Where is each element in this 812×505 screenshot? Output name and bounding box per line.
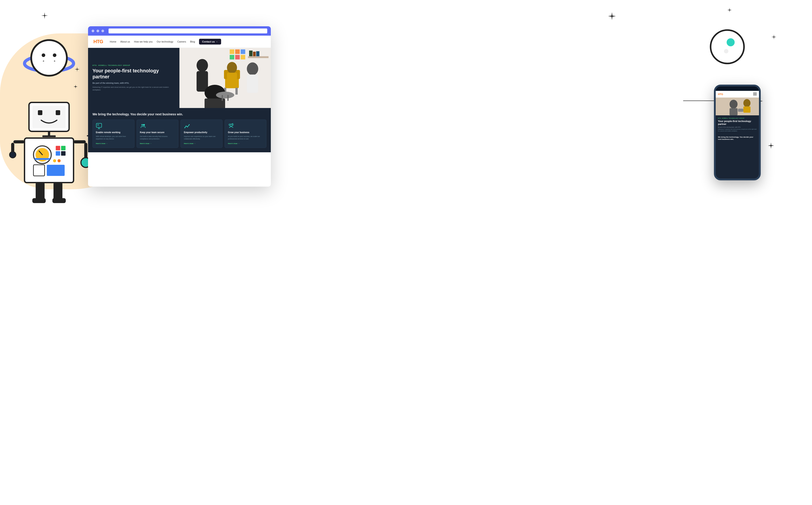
- browser-content: HTG Home About us How we help you Our te…: [88, 36, 271, 187]
- svg-rect-36: [32, 198, 46, 203]
- sparkle-icon-1: [41, 12, 48, 20]
- svg-point-5: [711, 30, 744, 63]
- contact-us-button[interactable]: Contact us →: [199, 39, 221, 44]
- card-desc-productivity: Improve user experience so your team can…: [184, 135, 219, 140]
- growth-icon: [228, 123, 234, 129]
- phone-logo: HTG: [718, 93, 723, 96]
- svg-rect-13: [42, 135, 56, 137]
- hero-subtitle: Be part of the winning team, with HTG.: [93, 82, 175, 84]
- svg-point-2: [42, 53, 45, 57]
- nav-how[interactable]: How we help you: [134, 40, 153, 43]
- dark-section-title: We bring the technology. You decide your…: [93, 113, 266, 116]
- browser-dot-red: [92, 30, 94, 32]
- svg-rect-63: [227, 95, 228, 101]
- card-link-growth[interactable]: Here's how →: [228, 143, 263, 145]
- card-link-secure[interactable]: Here's how →: [140, 143, 175, 145]
- svg-rect-52: [235, 88, 238, 95]
- phone-mockup: HTG HTG. HOWELL TECHNOLOGY GROUP Your pe…: [714, 85, 761, 180]
- svg-rect-34: [36, 182, 44, 200]
- svg-rect-47: [253, 52, 256, 56]
- svg-rect-26: [47, 165, 65, 176]
- hero-section: HTG. HOWELL TECHNOLOGY GROUP Your people…: [88, 48, 271, 108]
- nav-tech[interactable]: Our technology: [157, 40, 173, 43]
- svg-rect-85: [743, 107, 750, 113]
- browser-dot-yellow: [97, 30, 99, 32]
- svg-point-73: [189, 124, 190, 125]
- phone-notch: [716, 87, 759, 91]
- nav-careers[interactable]: Careers: [178, 40, 186, 43]
- svg-rect-11: [56, 110, 60, 115]
- svg-rect-48: [256, 51, 259, 56]
- svg-point-71: [186, 126, 187, 127]
- svg-rect-22: [61, 151, 66, 156]
- phone-header: HTG: [716, 91, 759, 98]
- monitor-icon: [96, 123, 102, 129]
- svg-point-82: [729, 100, 737, 109]
- svg-rect-58: [247, 74, 258, 93]
- sparkle-icon-4: [608, 12, 616, 21]
- card-desc-remote: With virtual desktops, you can work from…: [96, 135, 131, 140]
- svg-rect-25: [33, 165, 44, 176]
- svg-point-1: [31, 40, 67, 76]
- nav-about[interactable]: About us: [120, 40, 130, 43]
- sparkle-icon-3: [74, 85, 78, 90]
- svg-point-24: [57, 159, 61, 162]
- card-link-productivity[interactable]: Here's how →: [184, 143, 219, 145]
- svg-rect-56: [227, 72, 237, 82]
- hero-image: [180, 48, 271, 108]
- card-title-remote: Enable remote working: [96, 131, 131, 134]
- svg-rect-12: [48, 131, 50, 136]
- svg-rect-19: [56, 146, 60, 150]
- phone-dark-section: We bring the technology. You decide your…: [716, 134, 759, 143]
- svg-point-69: [143, 124, 145, 126]
- card-title-secure: Keep your team secure: [140, 131, 175, 134]
- svg-rect-83: [729, 108, 737, 115]
- cards-grid: Enable remote working With virtual deskt…: [93, 120, 266, 148]
- card-link-remote[interactable]: Here's how →: [96, 143, 131, 145]
- nav-home[interactable]: Home: [110, 40, 116, 43]
- nav-blog[interactable]: Blog: [190, 40, 195, 43]
- nav-links: Home About us How we help you Our techno…: [110, 39, 265, 44]
- card-title-productivity: Empower productivity: [184, 131, 219, 134]
- svg-point-72: [187, 127, 188, 127]
- card-desc-growth: As you build on your success, we scale o…: [228, 135, 263, 140]
- phone-hero-subtitle: Be part of the winning team, with HTG.: [718, 127, 757, 128]
- small-planet-icon: [705, 24, 749, 69]
- svg-rect-41: [230, 55, 234, 59]
- card-desc-secure: Get built-in data security that ensures …: [140, 135, 175, 140]
- svg-rect-18: [34, 158, 50, 160]
- svg-point-6: [727, 38, 735, 46]
- saturn-planet-icon: [22, 31, 76, 85]
- svg-rect-86: [738, 109, 743, 112]
- browser-dot-green: [101, 30, 104, 32]
- svg-rect-67: [97, 124, 99, 126]
- robot-illustration: [7, 96, 91, 234]
- hero-description: Delivering IT expertise and cloud servic…: [93, 86, 175, 91]
- phone-hero-image: [716, 98, 759, 115]
- card-title-growth: Grow your business: [228, 131, 263, 134]
- phone-hero-desc: Delivering IT expertise and cloud servic…: [718, 129, 757, 132]
- svg-point-84: [743, 99, 750, 107]
- sparkle-icon-5: [772, 34, 776, 40]
- htg-logo: HTG: [93, 39, 103, 44]
- feature-card-secure: Keep your team secure Get built-in data …: [137, 120, 179, 148]
- svg-rect-45: [248, 56, 268, 58]
- dark-section: We bring the technology. You decide your…: [88, 108, 271, 152]
- phone-menu-icon[interactable]: [753, 92, 757, 96]
- svg-rect-42: [235, 55, 240, 59]
- phone-hero-title: Your people-first technology partner: [718, 120, 757, 126]
- svg-point-61: [216, 92, 234, 99]
- svg-rect-43: [241, 49, 245, 54]
- svg-point-4: [40, 61, 58, 66]
- svg-rect-10: [38, 110, 42, 115]
- browser-window: HTG Home About us How we help you Our te…: [88, 26, 271, 187]
- svg-point-3: [53, 53, 56, 57]
- feature-card-productivity: Empower productivity Improve user experi…: [181, 120, 222, 148]
- phone-connector-line: [683, 98, 717, 102]
- browser-addressbar: [109, 28, 267, 33]
- site-navigation: HTG Home About us How we help you Our te…: [88, 36, 271, 48]
- svg-point-23: [53, 159, 56, 162]
- svg-rect-39: [230, 49, 234, 54]
- svg-point-70: [184, 127, 185, 128]
- svg-rect-62: [222, 95, 223, 101]
